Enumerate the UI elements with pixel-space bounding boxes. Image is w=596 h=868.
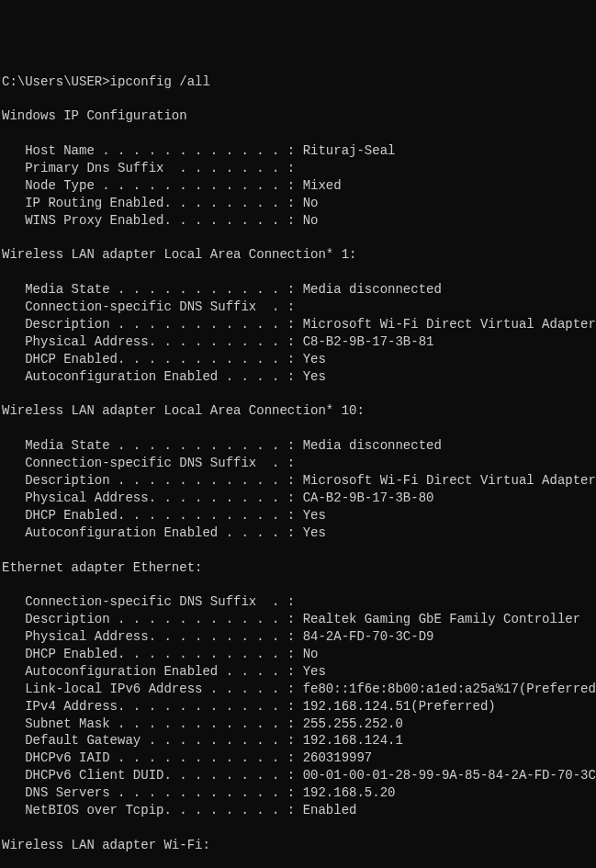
adapter-entry: Description . . . . . . . . . . . : Real… bbox=[2, 611, 594, 628]
adapter-entry: Connection-specific DNS Suffix . : bbox=[2, 299, 594, 316]
adapter-entry: Description . . . . . . . . . . . : Micr… bbox=[2, 316, 594, 333]
adapter-entry: Autoconfiguration Enabled . . . . : Yes bbox=[2, 663, 594, 681]
blank-line bbox=[2, 386, 594, 403]
blank-line bbox=[2, 576, 594, 593]
host-config-entry: Host Name . . . . . . . . . . . . : Ritu… bbox=[2, 142, 594, 160]
adapter-title: Wireless LAN adapter Wi-Fi: bbox=[2, 837, 594, 854]
adapter-entry: DHCPv6 IAID . . . . . . . . . . . : 2603… bbox=[2, 750, 594, 767]
blank-line bbox=[2, 819, 594, 837]
host-config-entry: Node Type . . . . . . . . . . . . : Mixe… bbox=[2, 177, 594, 195]
blank-line bbox=[2, 854, 594, 868]
adapter-entry: Autoconfiguration Enabled . . . . : Yes bbox=[2, 524, 594, 542]
adapter-title: Ethernet adapter Ethernet: bbox=[2, 559, 594, 577]
adapter-entry: Link-local IPv6 Address . . . . . : fe80… bbox=[2, 681, 594, 698]
host-config-entry: IP Routing Enabled. . . . . . . . : No bbox=[2, 195, 594, 212]
ip-config-header: Windows IP Configuration bbox=[2, 107, 594, 125]
blank-line bbox=[2, 264, 594, 281]
adapter-entry: IPv4 Address. . . . . . . . . . . : 192.… bbox=[2, 698, 594, 716]
adapter-entry: Subnet Mask . . . . . . . . . . . : 255.… bbox=[2, 716, 594, 733]
adapter-entry: DNS Servers . . . . . . . . . . . : 192.… bbox=[2, 784, 594, 802]
adapter-entry: Default Gateway . . . . . . . . . : 192.… bbox=[2, 732, 594, 750]
adapter-title: Wireless LAN adapter Local Area Connecti… bbox=[2, 402, 594, 420]
adapter-title: Wireless LAN adapter Local Area Connecti… bbox=[2, 246, 594, 264]
adapter-entry: Autoconfiguration Enabled . . . . : Yes bbox=[2, 368, 594, 386]
adapter-entry: Connection-specific DNS Suffix . : bbox=[2, 593, 594, 611]
host-config-entry: WINS Proxy Enabled. . . . . . . . : No bbox=[2, 212, 594, 230]
blank-line bbox=[2, 542, 594, 559]
adapter-entry: NetBIOS over Tcpip. . . . . . . . : Enab… bbox=[2, 802, 594, 819]
blank-line bbox=[2, 90, 594, 107]
blank-line bbox=[2, 230, 594, 247]
adapter-entry: DHCP Enabled. . . . . . . . . . . : Yes bbox=[2, 507, 594, 524]
adapter-entry: Description . . . . . . . . . . . : Micr… bbox=[2, 472, 594, 490]
adapter-entry: Media State . . . . . . . . . . . : Medi… bbox=[2, 281, 594, 299]
blank-line bbox=[2, 125, 594, 142]
adapter-entry: Physical Address. . . . . . . . . : CA-B… bbox=[2, 490, 594, 507]
adapter-entry: Physical Address. . . . . . . . . : C8-B… bbox=[2, 333, 594, 351]
adapter-entry: Connection-specific DNS Suffix . : bbox=[2, 455, 594, 472]
adapter-entry: DHCP Enabled. . . . . . . . . . . : No bbox=[2, 646, 594, 663]
adapter-entry: Physical Address. . . . . . . . . : 84-2… bbox=[2, 628, 594, 646]
blank-line bbox=[2, 420, 594, 437]
adapter-entry: DHCP Enabled. . . . . . . . . . . : Yes bbox=[2, 351, 594, 368]
adapter-entry: Media State . . . . . . . . . . . : Medi… bbox=[2, 437, 594, 455]
terminal-output[interactable]: C:\Users\USER>ipconfig /all Windows IP C… bbox=[2, 73, 594, 868]
command-prompt-line: C:\Users\USER>ipconfig /all bbox=[2, 73, 594, 91]
host-config-entry: Primary Dns Suffix . . . . . . . : bbox=[2, 160, 594, 177]
adapter-entry: DHCPv6 Client DUID. . . . . . . . : 00-0… bbox=[2, 767, 594, 784]
